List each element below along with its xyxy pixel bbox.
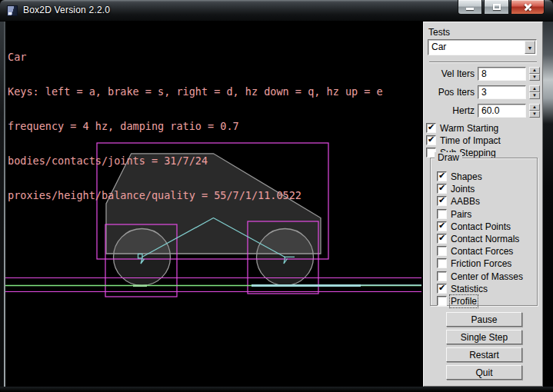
stats-line-frequency: frequency = 4 hz, damping ratio = 0.7: [8, 121, 383, 132]
checkbox-box: [437, 258, 447, 268]
stats-line-keys: Keys: left = a, brake = s, right = d, hz…: [8, 86, 383, 98]
titlebar[interactable]: Box2D Version 2.2.0: [0, 0, 553, 22]
stats-line-title: Car: [8, 51, 383, 63]
pos-iters-stepper: ▲ ▼: [529, 85, 540, 99]
down-arrow-icon: ▼: [532, 111, 537, 116]
window-title: Box2D Version 2.2.0: [23, 5, 110, 15]
hertz-down-button[interactable]: ▼: [529, 111, 540, 118]
checkbox-label: Pairs: [451, 209, 471, 220]
pos-iters-row: Pos Iters ▲ ▼: [424, 85, 544, 99]
window-frame-right: [543, 22, 553, 387]
checkbox-label: Shapes: [451, 171, 482, 182]
checkbox-box: [437, 271, 447, 281]
minimize-icon: [466, 8, 474, 10]
checkbox-box: [437, 196, 447, 206]
vel-iters-input[interactable]: [478, 67, 526, 81]
checkbox-label: Center of Masses: [451, 271, 523, 282]
maximize-button[interactable]: [484, 0, 509, 15]
minimize-button[interactable]: [458, 0, 482, 15]
checkbox-label: Contact Forces: [451, 246, 513, 257]
pos-iters-label: Pos Iters: [424, 87, 475, 98]
vel-iters-row: Vel Iters ▲ ▼: [424, 67, 544, 81]
checkbox-box: [437, 234, 447, 244]
hertz-up-button[interactable]: ▲: [529, 104, 540, 111]
checkbox-box: [437, 296, 447, 306]
stats-line-proxies: proxies/height/balance/quality = 55/7/1/…: [8, 190, 383, 201]
checkbox-label: Joints: [451, 184, 475, 194]
window-frame-bottom: [0, 387, 553, 392]
vel-iters-label: Vel Iters: [424, 68, 475, 79]
checkbox-box: [426, 135, 436, 145]
test-select-dropdown[interactable]: Car ▼: [428, 39, 537, 55]
vel-iters-down-button[interactable]: ▼: [529, 74, 540, 81]
hertz-label: Hertz: [424, 105, 475, 116]
test-select-value: Car: [431, 42, 446, 52]
vel-iters-up-button[interactable]: ▲: [529, 67, 540, 74]
checkbox-box: [437, 209, 447, 219]
chevron-down-icon: ▼: [528, 45, 533, 51]
draw-groupbox: Draw Shapes Joints AABBs Pairs Contact P…: [430, 158, 538, 306]
down-arrow-icon: ▼: [532, 75, 537, 79]
checkbox-label: Profile: [451, 296, 477, 307]
pos-iters-up-button[interactable]: ▲: [529, 85, 540, 92]
checkbox-label: Warm Starting: [440, 123, 498, 134]
caption-buttons: [458, 0, 545, 15]
vel-iters-stepper: ▲ ▼: [529, 67, 540, 81]
checkbox-box: [426, 123, 436, 133]
tests-label: Tests: [428, 27, 450, 38]
up-arrow-icon: ▲: [532, 105, 537, 109]
control-panel: Tests Car ▼ Vel Iters ▲ ▼ Pos Iters ▲ ▼: [423, 22, 543, 387]
checkbox-box: [437, 246, 447, 256]
up-arrow-icon: ▲: [532, 68, 537, 72]
checkbox-label: Contact Normals: [451, 234, 519, 244]
checkbox-label: AABBs: [451, 196, 480, 207]
hertz-input[interactable]: [478, 104, 526, 118]
up-arrow-icon: ▲: [532, 86, 537, 91]
checkbox-box: [437, 221, 447, 231]
checkbox-label: Statistics: [451, 284, 488, 294]
checkbox-box: [437, 171, 447, 181]
dropdown-arrow-button[interactable]: ▼: [525, 41, 535, 54]
down-arrow-icon: ▼: [532, 93, 537, 98]
stats-overlay: Car Keys: left = a, brake = s, right = d…: [8, 28, 383, 224]
quit-button[interactable]: Quit: [446, 365, 522, 380]
hertz-stepper: ▲ ▼: [529, 104, 540, 118]
pos-iters-input[interactable]: [478, 85, 526, 99]
app-icon[interactable]: [7, 5, 18, 16]
simulation-canvas[interactable]: Car Keys: left = a, brake = s, right = d…: [5, 22, 421, 387]
draw-group-title: Draw: [435, 152, 462, 163]
pause-button[interactable]: Pause: [446, 312, 522, 327]
hertz-row: Hertz ▲ ▼: [424, 104, 544, 118]
window-frame-left: [0, 22, 5, 387]
checkbox-label: Contact Points: [451, 221, 511, 232]
checkbox-label: Time of Impact: [440, 135, 501, 146]
restart-button[interactable]: Restart: [446, 347, 522, 362]
close-button[interactable]: [511, 0, 545, 15]
checkbox-box: [437, 184, 447, 194]
checkbox-box: [437, 284, 447, 294]
box2d-window: Box2D Version 2.2.0: [0, 0, 553, 392]
stats-line-counts: bodies/contacts/joints = 31/7/24: [8, 155, 383, 167]
single-step-button[interactable]: Single Step: [446, 330, 522, 344]
checkbox-label: Friction Forces: [451, 258, 511, 269]
pos-iters-down-button[interactable]: ▼: [529, 92, 540, 99]
maximize-icon: [493, 4, 501, 10]
separator: [429, 61, 537, 63]
